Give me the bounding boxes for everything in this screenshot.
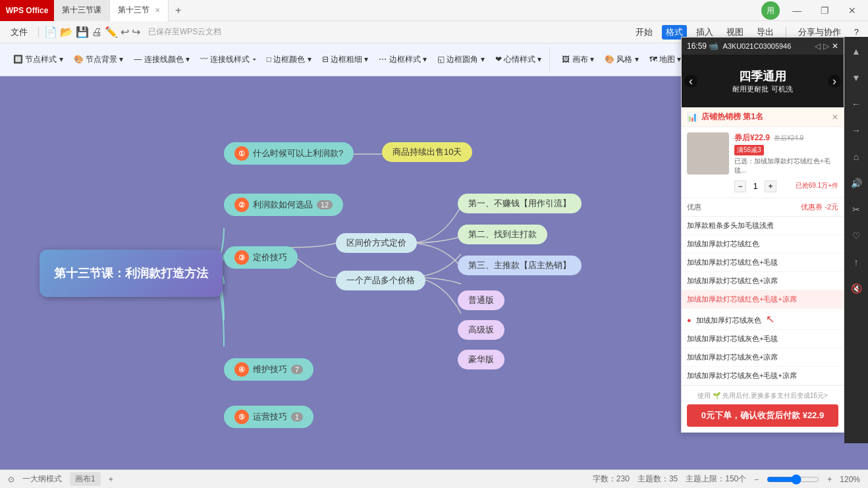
- option-7[interactable]: 加绒加厚款灯芯绒灰色+凉席: [682, 348, 844, 367]
- chat-ctrl-2[interactable]: ▷: [823, 41, 829, 51]
- branch-1[interactable]: ① 什么时候可以上利润款?: [224, 142, 354, 165]
- option-2[interactable]: 加绒加厚款灯芯绒红色+毛毯: [682, 254, 844, 272]
- cursor-arrow-icon: ↖: [766, 313, 774, 325]
- tab-close-icon[interactable]: ✕: [155, 7, 160, 14]
- new-tab-button[interactable]: +: [169, 5, 188, 16]
- video-next[interactable]: ›: [828, 74, 841, 88]
- ribbon-border-width[interactable]: ⊟ 边框粗细 ▾: [318, 52, 373, 67]
- option-dot: ●: [687, 316, 692, 324]
- option-1[interactable]: 加绒加厚款灯芯绒红色: [682, 235, 844, 254]
- maximize-button[interactable]: ❐: [811, 0, 838, 21]
- option-3[interactable]: 加绒加厚款灯芯绒红色+凉席: [682, 272, 844, 290]
- word-count: 字数：230: [593, 474, 630, 485]
- ribbon-border-radius[interactable]: ◱ 边框圆角 ▾: [433, 52, 489, 67]
- tab-kaishi[interactable]: 开始: [632, 25, 657, 40]
- right-node-2[interactable]: 第二、找到主打款: [458, 225, 547, 244]
- topic-limit: 主题上限：150个: [686, 474, 746, 485]
- option-8[interactable]: 加绒加厚款灯芯绒灰色+毛毯+凉席: [682, 367, 844, 385]
- version-node-2[interactable]: 高级坂: [458, 320, 504, 340]
- product-tag: 满56减3: [734, 145, 764, 155]
- toolbar-undo[interactable]: ↩: [121, 26, 129, 38]
- tab-2[interactable]: 第十三节 ✕: [110, 0, 169, 21]
- mid-node-2[interactable]: 一个产品多个价格: [336, 271, 425, 290]
- ribbon-line-color[interactable]: — 连接线颜色 ▾: [130, 52, 194, 67]
- branch-2[interactable]: ② 利润款如何选品 12: [224, 194, 343, 216]
- product-item: 券后¥22.9 券后¥24.9 满56减3 已选：加绒加厚款灯芯绒红色+毛毯..…: [682, 127, 844, 198]
- branch-1-sub-1[interactable]: 商品持续出售10天: [382, 142, 472, 162]
- ribbon-group-nodes: 🔲 节点样式 ▾ 🎨 节点背景 ▾ — 连接线颜色 ▾ 〰 连接线样式 ▾ □ …: [5, 47, 550, 73]
- close-button[interactable]: ✕: [839, 0, 865, 21]
- ribbon-mood-style[interactable]: ❤ 心情样式 ▾: [491, 52, 546, 67]
- ribbon-canvas[interactable]: 🖼 画布 ▾: [558, 52, 598, 67]
- ribbon-map[interactable]: 🗺 地图 ▾: [645, 52, 686, 67]
- side-icon-home[interactable]: ⌂: [847, 148, 865, 166]
- branch-3-num: ③: [234, 250, 249, 265]
- side-icon-share[interactable]: ↑: [847, 253, 865, 271]
- toolbar-print[interactable]: 🖨: [92, 26, 102, 38]
- qty-decrease[interactable]: −: [734, 180, 746, 192]
- ribbon-border-color[interactable]: □ 边框颜色 ▾: [263, 52, 315, 67]
- right-node-3[interactable]: 第三、主推款【店主热销】: [458, 256, 582, 275]
- toolbar-redo[interactable]: ↪: [132, 26, 140, 38]
- coupon-label: 优惠: [687, 202, 701, 212]
- user-avatar[interactable]: 用: [761, 1, 780, 20]
- side-icon-up[interactable]: ▲: [847, 42, 865, 61]
- zoom-out[interactable]: −: [754, 475, 759, 484]
- option-0[interactable]: 加厚款粗条多头加毛毯浅煮: [682, 217, 844, 235]
- topic-count: 主题数：35: [637, 474, 678, 485]
- video-prev[interactable]: ‹: [684, 74, 697, 88]
- ribbon-style[interactable]: 🎨 风格 ▾: [601, 52, 643, 67]
- coupon-row: 优惠 优惠券 -2元: [682, 198, 844, 217]
- side-icon-down[interactable]: ▼: [847, 68, 865, 87]
- right-node-1[interactable]: 第一、不赚钱【用作引流】: [458, 194, 582, 213]
- toolbar-save[interactable]: 💾: [76, 26, 89, 38]
- toolbar-pen[interactable]: ✏️: [105, 26, 118, 38]
- version-node-1[interactable]: 普通版: [458, 290, 504, 310]
- qty-increase[interactable]: +: [765, 180, 776, 192]
- pay-section: 使用 🌱 先用后付,更换多多支付后变成16元> 0元下单，确认收货后付款 ¥22…: [682, 385, 844, 432]
- chat-time: 16:59 📹: [687, 41, 719, 51]
- hot-title: 店铺热销榜 第1名: [701, 111, 763, 122]
- central-node[interactable]: 第十三节课：利润款打造方法: [40, 250, 223, 297]
- option-4[interactable]: 加绒加厚款灯芯绒红色+毛毯+凉席: [682, 290, 844, 309]
- side-icon-heart[interactable]: ♡: [847, 227, 865, 245]
- version-node-3[interactable]: 豪华版: [458, 350, 504, 369]
- branch-4[interactable]: ④ 维护技巧 7: [224, 358, 313, 381]
- ribbon-border-style[interactable]: ⋯ 边框样式 ▾: [375, 52, 431, 67]
- add-canvas[interactable]: +: [109, 475, 113, 484]
- side-icon-mute[interactable]: 🔇: [847, 279, 865, 298]
- ribbon-node-bg[interactable]: 🎨 节点背景 ▾: [70, 52, 128, 67]
- tab-1[interactable]: 第十三节课: [54, 0, 110, 21]
- toolbar-new[interactable]: 📄: [44, 26, 57, 38]
- side-icon-volume[interactable]: 🔊: [847, 174, 865, 192]
- hot-banner-close[interactable]: ✕: [832, 113, 838, 122]
- side-icon-back[interactable]: ←: [847, 95, 865, 113]
- canvas-tab[interactable]: 画布1: [70, 472, 101, 486]
- ribbon-line-style[interactable]: 〰 连接线样式 ▾: [196, 52, 260, 67]
- qty-value: 1: [749, 182, 762, 191]
- zoom-slider[interactable]: [767, 474, 819, 485]
- side-icon-forward[interactable]: →: [847, 121, 865, 140]
- product-selected-desc: 已选：加绒加厚款灯芯绒红色+毛毯...: [734, 157, 838, 175]
- pay-button[interactable]: 0元下单，确认收货后付款 ¥22.9: [687, 404, 838, 427]
- menu-file[interactable]: 文件: [5, 24, 33, 41]
- video-preview[interactable]: 四季通用 耐用更耐批 可机洗 ‹ ›: [682, 55, 844, 107]
- option-6[interactable]: 加绒加厚款灯芯绒灰色+毛毯: [682, 330, 844, 348]
- chat-ctrl-1[interactable]: ◁: [815, 41, 821, 51]
- sold-count: 已抢69.1万+件: [796, 181, 838, 190]
- minimize-button[interactable]: —: [784, 0, 810, 21]
- branch-2-num: ②: [234, 198, 249, 212]
- chat-id: A3KU021C03005946: [722, 42, 811, 50]
- side-icon-scissors[interactable]: ✂: [847, 200, 865, 219]
- product-price-1: 券后¥22.9: [734, 132, 770, 144]
- ribbon-node-style[interactable]: 🔲 节点样式 ▾: [9, 52, 67, 67]
- toolbar-open[interactable]: 📂: [60, 26, 73, 38]
- mid-node-1[interactable]: 区间价方式定价: [336, 233, 417, 253]
- mode-toggle[interactable]: ⊙: [8, 475, 14, 484]
- branch-3[interactable]: ③ 定价技巧: [224, 246, 298, 269]
- chat-panel: 16:59 📹 A3KU021C03005946 ◁ ▷ ✕ 四季通用 耐用更耐…: [681, 37, 844, 433]
- chat-close-icon[interactable]: ✕: [832, 41, 838, 51]
- option-5[interactable]: ● 加绒加厚灯芯绒灰色 ↖: [682, 309, 844, 330]
- zoom-in[interactable]: +: [827, 475, 832, 484]
- branch-5[interactable]: ⑤ 运营技巧 1: [224, 406, 313, 428]
